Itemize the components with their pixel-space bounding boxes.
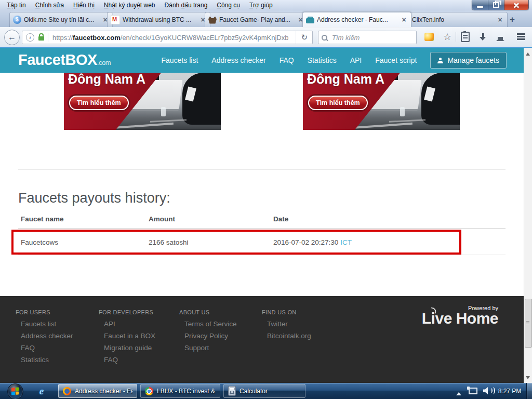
- nav-faucet-script[interactable]: Faucet script: [375, 56, 417, 64]
- site-logo[interactable]: FaucetBOX.com: [18, 51, 111, 69]
- bookmark-star-icon[interactable]: [441, 30, 454, 44]
- taskbar-button-firefox[interactable]: Address checker - Fa...: [58, 384, 137, 398]
- footer-link-support[interactable]: Support: [184, 344, 237, 352]
- show-desktop-button[interactable]: [526, 383, 532, 399]
- column-header-date: Date: [273, 215, 288, 223]
- new-tab-button[interactable]: [507, 15, 517, 24]
- footer-link-migration-guide[interactable]: Migration guide: [104, 344, 155, 352]
- nav-address-checker[interactable]: Address checker: [211, 56, 265, 64]
- house-icon: [496, 33, 504, 41]
- footer-link-statistics[interactable]: Statistics: [21, 356, 73, 364]
- url-path: /en/check/1GyoKUCRW8WacELr7pbz5y2vK4pmKn…: [121, 34, 289, 42]
- chrome-icon: [145, 387, 153, 395]
- site-nav: Faucets list Address checker FAQ Statist…: [162, 48, 507, 73]
- bookmarks-panel-icon[interactable]: [458, 30, 472, 44]
- tray-expand-icon[interactable]: [456, 390, 461, 395]
- scrollbar-up-icon[interactable]: [526, 50, 530, 56]
- menu-label: iển thị: [78, 2, 95, 9]
- taskbar-button-calculator[interactable]: Calculator: [223, 384, 305, 398]
- start-button[interactable]: [7, 383, 23, 399]
- tab-gmail[interactable]: Withdrawal using BTC ...: [107, 12, 210, 27]
- taskbar-button-label: Address checker - Fa...: [75, 388, 132, 395]
- footer-column-about: ABOUT US Terms of Service Privacy Policy…: [179, 309, 237, 356]
- hamburger-menu-icon[interactable]: [514, 30, 528, 44]
- url-domain: faucetbox.com: [73, 34, 121, 42]
- menu-edit[interactable]: Chỉnh sửa: [31, 1, 69, 10]
- nav-faq[interactable]: FAQ: [280, 56, 294, 64]
- ad-heading: Đông Nam A: [307, 73, 384, 87]
- menu-label: Đánh: [165, 2, 181, 9]
- menu-label: ập tin: [10, 2, 25, 9]
- minimize-button[interactable]: [472, 0, 488, 10]
- nav-faucets-list[interactable]: Faucets list: [162, 56, 198, 64]
- tab-close-icon[interactable]: [400, 16, 408, 24]
- menu-view[interactable]: Hiển thị: [69, 1, 99, 10]
- tab-faucet-game[interactable]: Faucet Game- Play and...: [205, 12, 308, 27]
- ad-banner[interactable]: Đông Nam A Tìm hiểu thêm: [64, 73, 221, 130]
- downloads-icon[interactable]: [476, 30, 489, 44]
- restore-button[interactable]: [488, 0, 504, 10]
- back-button[interactable]: [4, 30, 20, 45]
- search-input[interactable]: [331, 33, 411, 42]
- menu-label: hật ký duyệt web: [108, 2, 155, 9]
- taskbar-clock[interactable]: 8:27 PM: [495, 388, 525, 395]
- ad-cta-button[interactable]: Tìm hiểu thêm: [69, 96, 129, 110]
- url-protocol: https://: [52, 34, 73, 42]
- footer-link-twitter[interactable]: Twitter: [267, 320, 311, 328]
- internet-explorer-icon[interactable]: [35, 385, 48, 397]
- tab-clixten[interactable]: ClixTen.info: [406, 12, 508, 27]
- lock-icon[interactable]: [38, 36, 44, 41]
- photo-shape: [400, 107, 405, 116]
- briefcase-icon: [306, 18, 314, 23]
- footer-link-terms[interactable]: Terms of Service: [184, 320, 237, 328]
- url-bar[interactable]: https://faucetbox.com/en/check/1GyoKUCRW…: [22, 31, 313, 44]
- footer-link-api[interactable]: API: [104, 320, 155, 328]
- taskbar-button-chrome[interactable]: LBUX - BTC invest & ...: [140, 384, 220, 398]
- photo-shape: [161, 107, 166, 116]
- menu-file[interactable]: Tập tin: [2, 1, 31, 10]
- tab-okik[interactable]: Okik.me Site uy tín lãi c...: [9, 12, 113, 27]
- manage-faucets-button[interactable]: Manage faucets: [430, 52, 507, 69]
- nav-statistics[interactable]: Statistics: [308, 56, 337, 64]
- footer-link-privacy[interactable]: Privacy Policy: [184, 332, 237, 340]
- menubar: Tập tin Chỉnh sửa Hiển thị Nhật ký duyệt…: [2, 0, 277, 10]
- footer-column-users: FOR USERS Faucets list Address checker F…: [16, 309, 73, 368]
- network-icon[interactable]: [469, 388, 477, 394]
- wifi-mark-icon: [430, 307, 436, 313]
- ad-cta-button[interactable]: Tìm hiểu thêm: [308, 96, 368, 110]
- scrollbar-thumb[interactable]: [525, 299, 532, 348]
- livehome-logo[interactable]: Live Home: [422, 310, 498, 327]
- reload-icon[interactable]: [296, 31, 312, 44]
- site-footer: FOR USERS Faucets list Address checker F…: [0, 296, 524, 383]
- ad-banner[interactable]: Đông Nam A Tìm hiểu thêm: [303, 73, 460, 130]
- search-box[interactable]: [318, 31, 417, 44]
- screen: Tập tin Chỉnh sửa Hiển thị Nhật ký duyệt…: [0, 0, 532, 399]
- tab-close-icon[interactable]: [496, 16, 504, 24]
- home-icon[interactable]: [494, 30, 507, 44]
- scrollbar-down-icon[interactable]: [526, 376, 530, 381]
- footer-link-address-checker[interactable]: Address checker: [21, 332, 73, 340]
- speaker-icon[interactable]: [483, 387, 488, 394]
- search-icon: [322, 35, 327, 41]
- close-button[interactable]: [504, 0, 528, 10]
- menu-tools[interactable]: Công cụ: [212, 1, 245, 10]
- gmail-icon: [111, 15, 120, 24]
- page-info-icon[interactable]: [26, 33, 34, 42]
- footer-link-faq[interactable]: FAQ: [21, 344, 73, 352]
- menu-bookmarks[interactable]: Đánh dấu trang: [160, 1, 212, 10]
- column-header-faucet-name: Faucet name: [21, 215, 64, 223]
- footer-link-dev-faq[interactable]: FAQ: [104, 356, 155, 364]
- extension-app-icon[interactable]: [422, 30, 436, 44]
- game-animal-icon: [208, 17, 217, 24]
- footer-link-bitcointalk[interactable]: Bitcointalk.org: [267, 332, 311, 340]
- menu-history[interactable]: Nhật ký duyệt web: [99, 1, 160, 10]
- footer-link-faucet-in-a-box[interactable]: Faucet in a BOX: [104, 332, 155, 340]
- tab-title: ClixTen.info: [412, 16, 494, 23]
- nav-api[interactable]: API: [350, 56, 362, 64]
- section-divider: [18, 169, 506, 170]
- menu-help[interactable]: Trợ giúp: [245, 1, 277, 10]
- divider: [456, 32, 456, 42]
- tab-title: Okik.me Site uy tín lãi c...: [24, 16, 99, 23]
- tab-address-checker[interactable]: Address checker - Fauc...: [302, 12, 411, 27]
- footer-link-faucets-list[interactable]: Faucets list: [21, 320, 73, 328]
